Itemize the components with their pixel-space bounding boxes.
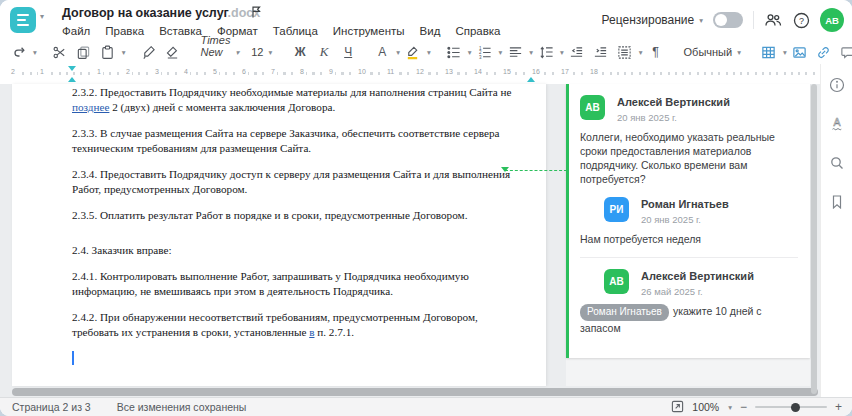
insert-link-button[interactable] (813, 42, 835, 63)
comments-panel: АВАлексей Вертинский20 янв 2025 г.Коллег… (566, 84, 810, 386)
menu-bar: ФайлПравкаВставкаФорматТаблицаИнструмент… (62, 25, 501, 37)
italic-button[interactable]: К (313, 42, 335, 63)
highlight-caret-icon[interactable]: ▾ (427, 48, 431, 57)
menu-item-3[interactable]: Вставка (159, 25, 202, 37)
ruler-number: 2 (9, 68, 17, 75)
bold-button[interactable]: Ж (289, 42, 311, 63)
ruler-number: 1 (95, 68, 103, 75)
ruler-ticks (0, 64, 820, 84)
font-color-caret-icon[interactable]: ▾ (396, 48, 400, 57)
increase-indent-button[interactable] (590, 42, 612, 63)
paste-caret-icon[interactable]: ▾ (122, 48, 126, 57)
paragraph-1[interactable]: 2.3.2. Предоставить Подрядчику необходим… (72, 85, 516, 115)
tracked-insertion: позднее (72, 101, 109, 113)
insert-table-button[interactable] (758, 42, 780, 63)
decrease-indent-button[interactable] (566, 42, 588, 63)
numbered-list-button[interactable]: 123 (473, 42, 495, 63)
line-spacing-button[interactable] (535, 42, 557, 63)
help-icon[interactable]: ? (792, 11, 810, 29)
show-formatting-marks-button[interactable]: ¶ (645, 42, 667, 63)
spellcheck-icon[interactable]: А (828, 115, 846, 133)
left-indent-marker[interactable] (68, 77, 76, 82)
horizontal-scrollbar[interactable] (12, 388, 818, 396)
ruler-number: 11 (385, 68, 396, 75)
app-window: ▾ Договор на оказание услуг.docx ФайлПра… (0, 0, 852, 416)
review-mode-dropdown[interactable]: Рецензирование▾ (602, 13, 703, 27)
undo-caret-icon[interactable]: ▾ (33, 48, 37, 57)
info-icon[interactable] (828, 76, 846, 94)
zoom-level[interactable]: 100% (692, 401, 719, 413)
bookmark-icon[interactable] (828, 193, 846, 211)
favorite-flag-icon[interactable] (250, 5, 263, 23)
page-indicator[interactable]: Страница 2 из 3 (12, 401, 91, 413)
ruler-number: 3 (153, 68, 161, 75)
search-icon[interactable] (828, 154, 846, 172)
first-line-indent-marker[interactable] (68, 66, 76, 71)
zoom-caret-icon[interactable]: ▾ (728, 403, 732, 412)
document-title: Договор на оказание услуг.docx (62, 6, 260, 20)
fit-width-icon[interactable] (671, 400, 684, 415)
user-avatar[interactable]: АВ (820, 8, 844, 32)
menu-item-8[interactable]: Справка (455, 25, 500, 37)
insert-comment-button[interactable] (837, 42, 852, 63)
text-run: 2.3.3. В случае размещения Сайта на серв… (72, 127, 500, 154)
zoom-out-button[interactable]: − (740, 402, 747, 412)
header: ▾ Договор на оказание услуг.docx ФайлПра… (0, 0, 852, 40)
logo-caret-icon[interactable]: ▾ (40, 12, 44, 21)
right-indent-marker[interactable] (527, 77, 535, 82)
paragraph-6[interactable]: 2.4.1. Контролировать выполнение Работ, … (72, 269, 516, 299)
highlight-color-button[interactable] (402, 42, 424, 63)
insert-image-button[interactable] (789, 42, 811, 63)
insert-table-caret-icon[interactable]: ▾ (783, 48, 787, 57)
undo-button[interactable] (8, 42, 30, 63)
comment-meta: Роман Игнатьев20 янв 2025 г. (641, 197, 729, 225)
copy-button[interactable] (73, 42, 95, 63)
paragraph-style-select[interactable]: Обычный▾ (679, 41, 746, 63)
bullet-list-caret-icon[interactable]: ▾ (468, 48, 472, 57)
horizontal-ruler: 21123456789101112131415161718 (0, 64, 820, 85)
menu-item-5[interactable]: Таблица (273, 25, 318, 37)
zoom-slider[interactable] (755, 406, 827, 408)
paragraph-5[interactable]: 2.4. Заказчик вправе: (72, 243, 516, 258)
menu-item-2[interactable]: Правка (105, 25, 144, 37)
paste-button[interactable] (97, 42, 119, 63)
underline-button[interactable]: Ч (337, 42, 359, 63)
align-caret-icon[interactable]: ▾ (529, 48, 533, 57)
numbered-list-caret-icon[interactable]: ▾ (498, 48, 502, 57)
collaborators-icon[interactable] (764, 11, 782, 29)
align-button[interactable] (504, 42, 526, 63)
save-status: Все изменения сохранены (117, 401, 247, 413)
paragraph-3[interactable]: 2.3.4. Предоставить Подрядчику доступ к … (72, 167, 516, 197)
cut-button[interactable] (49, 42, 71, 63)
clear-formatting-button[interactable] (162, 42, 184, 63)
ruler-number: 1 (38, 68, 46, 75)
font-color-button[interactable]: А (378, 46, 386, 58)
font-size-select[interactable]: 12▾ (246, 41, 277, 63)
format-painter-button[interactable] (138, 42, 160, 63)
paragraph-settings-caret-icon[interactable]: ▾ (639, 48, 643, 57)
zoom-in-button[interactable]: + (835, 402, 842, 412)
paragraph-7[interactable]: 2.4.2. При обнаружении несоответствий тр… (72, 310, 516, 340)
zoom-slider-handle[interactable] (791, 403, 800, 412)
comment-anchor-connector (505, 170, 567, 171)
comment-author: Алексей Вертинский (641, 270, 754, 283)
mention-chip[interactable]: Роман Игнатьев (580, 304, 669, 321)
document-page[interactable]: 2.3.2. Предоставить Подрядчику необходим… (12, 84, 546, 386)
menu-item-1[interactable]: Файл (62, 25, 90, 37)
paragraph-4[interactable]: 2.3.5. Оплатить результат Работ в порядк… (72, 208, 516, 223)
svg-text:3: 3 (479, 54, 482, 59)
bullet-list-button[interactable] (443, 42, 465, 63)
font-name-select[interactable]: Times New ...▾ (196, 41, 245, 63)
paragraph-2[interactable]: 2.3.3. В случае размещения Сайта на серв… (72, 126, 516, 156)
paragraph-settings-button[interactable] (614, 42, 636, 63)
menu-item-7[interactable]: Вид (420, 25, 441, 37)
review-toggle[interactable] (713, 12, 743, 28)
line-spacing-caret-icon[interactable]: ▾ (560, 48, 564, 57)
right-sidebar: А (820, 64, 852, 398)
text-run: 2 (двух) дней с момента заключения Догов… (109, 101, 335, 113)
comment-text: Коллеги, необходимо указать реальные сро… (580, 130, 798, 186)
comment-thread-card[interactable]: АВАлексей Вертинский20 янв 2025 г.Коллег… (566, 84, 810, 358)
app-logo-icon[interactable] (10, 7, 36, 33)
menu-item-6[interactable]: Инструменты (333, 25, 405, 37)
comments-scrollbar[interactable] (811, 84, 817, 394)
